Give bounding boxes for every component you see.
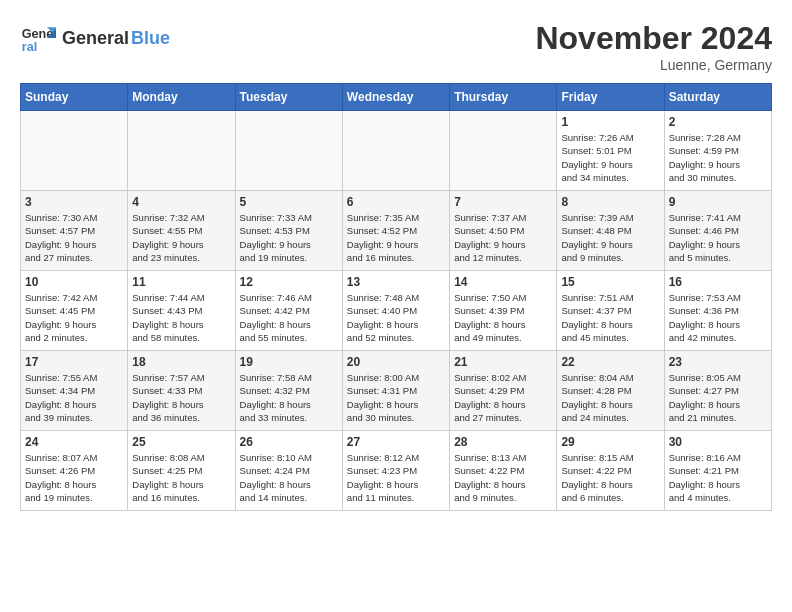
day-info: Sunrise: 7:35 AM Sunset: 4:52 PM Dayligh… [347,211,445,264]
calendar-week-row: 1Sunrise: 7:26 AM Sunset: 5:01 PM Daylig… [21,111,772,191]
day-info: Sunrise: 8:16 AM Sunset: 4:21 PM Dayligh… [669,451,767,504]
day-info: Sunrise: 7:50 AM Sunset: 4:39 PM Dayligh… [454,291,552,344]
calendar-day-cell: 9Sunrise: 7:41 AM Sunset: 4:46 PM Daylig… [664,191,771,271]
title-block: November 2024 Luenne, Germany [535,20,772,73]
calendar-day-cell: 11Sunrise: 7:44 AM Sunset: 4:43 PM Dayli… [128,271,235,351]
day-number: 29 [561,435,659,449]
day-info: Sunrise: 8:05 AM Sunset: 4:27 PM Dayligh… [669,371,767,424]
logo-text-blue: Blue [131,28,170,49]
day-number: 7 [454,195,552,209]
calendar-day-cell: 16Sunrise: 7:53 AM Sunset: 4:36 PM Dayli… [664,271,771,351]
calendar-day-cell [128,111,235,191]
calendar-day-cell: 14Sunrise: 7:50 AM Sunset: 4:39 PM Dayli… [450,271,557,351]
svg-text:ral: ral [22,40,37,54]
day-number: 21 [454,355,552,369]
calendar-day-cell: 19Sunrise: 7:58 AM Sunset: 4:32 PM Dayli… [235,351,342,431]
calendar-day-cell: 22Sunrise: 8:04 AM Sunset: 4:28 PM Dayli… [557,351,664,431]
calendar-day-cell: 4Sunrise: 7:32 AM Sunset: 4:55 PM Daylig… [128,191,235,271]
day-number: 23 [669,355,767,369]
page-header: Gene ral General Blue November 2024 Luen… [20,20,772,73]
day-number: 9 [669,195,767,209]
calendar-day-cell: 30Sunrise: 8:16 AM Sunset: 4:21 PM Dayli… [664,431,771,511]
calendar-day-cell: 20Sunrise: 8:00 AM Sunset: 4:31 PM Dayli… [342,351,449,431]
calendar-day-cell: 3Sunrise: 7:30 AM Sunset: 4:57 PM Daylig… [21,191,128,271]
day-number: 19 [240,355,338,369]
day-number: 8 [561,195,659,209]
calendar-day-cell: 7Sunrise: 7:37 AM Sunset: 4:50 PM Daylig… [450,191,557,271]
day-info: Sunrise: 7:39 AM Sunset: 4:48 PM Dayligh… [561,211,659,264]
calendar-header-cell: Friday [557,84,664,111]
day-info: Sunrise: 7:57 AM Sunset: 4:33 PM Dayligh… [132,371,230,424]
calendar-day-cell: 8Sunrise: 7:39 AM Sunset: 4:48 PM Daylig… [557,191,664,271]
day-info: Sunrise: 7:46 AM Sunset: 4:42 PM Dayligh… [240,291,338,344]
day-info: Sunrise: 8:07 AM Sunset: 4:26 PM Dayligh… [25,451,123,504]
day-info: Sunrise: 7:30 AM Sunset: 4:57 PM Dayligh… [25,211,123,264]
calendar-day-cell: 6Sunrise: 7:35 AM Sunset: 4:52 PM Daylig… [342,191,449,271]
day-number: 5 [240,195,338,209]
day-number: 14 [454,275,552,289]
calendar-header-cell: Monday [128,84,235,111]
day-number: 4 [132,195,230,209]
calendar-day-cell: 5Sunrise: 7:33 AM Sunset: 4:53 PM Daylig… [235,191,342,271]
calendar-header-cell: Saturday [664,84,771,111]
calendar-day-cell [235,111,342,191]
calendar-day-cell: 2Sunrise: 7:28 AM Sunset: 4:59 PM Daylig… [664,111,771,191]
day-number: 28 [454,435,552,449]
calendar-day-cell: 1Sunrise: 7:26 AM Sunset: 5:01 PM Daylig… [557,111,664,191]
day-info: Sunrise: 7:53 AM Sunset: 4:36 PM Dayligh… [669,291,767,344]
day-number: 26 [240,435,338,449]
calendar-day-cell: 12Sunrise: 7:46 AM Sunset: 4:42 PM Dayli… [235,271,342,351]
day-info: Sunrise: 8:02 AM Sunset: 4:29 PM Dayligh… [454,371,552,424]
calendar-day-cell [450,111,557,191]
day-number: 27 [347,435,445,449]
logo: Gene ral General Blue [20,20,170,56]
day-number: 25 [132,435,230,449]
calendar-day-cell: 24Sunrise: 8:07 AM Sunset: 4:26 PM Dayli… [21,431,128,511]
calendar-header-cell: Thursday [450,84,557,111]
day-info: Sunrise: 7:28 AM Sunset: 4:59 PM Dayligh… [669,131,767,184]
calendar-day-cell: 15Sunrise: 7:51 AM Sunset: 4:37 PM Dayli… [557,271,664,351]
day-number: 13 [347,275,445,289]
day-number: 2 [669,115,767,129]
day-info: Sunrise: 8:13 AM Sunset: 4:22 PM Dayligh… [454,451,552,504]
logo-text-general: General [62,28,129,49]
day-info: Sunrise: 7:37 AM Sunset: 4:50 PM Dayligh… [454,211,552,264]
day-number: 1 [561,115,659,129]
day-info: Sunrise: 7:48 AM Sunset: 4:40 PM Dayligh… [347,291,445,344]
day-number: 18 [132,355,230,369]
day-number: 10 [25,275,123,289]
calendar-week-row: 10Sunrise: 7:42 AM Sunset: 4:45 PM Dayli… [21,271,772,351]
day-number: 20 [347,355,445,369]
day-info: Sunrise: 7:44 AM Sunset: 4:43 PM Dayligh… [132,291,230,344]
calendar-day-cell: 29Sunrise: 8:15 AM Sunset: 4:22 PM Dayli… [557,431,664,511]
day-number: 11 [132,275,230,289]
day-number: 3 [25,195,123,209]
calendar-day-cell: 27Sunrise: 8:12 AM Sunset: 4:23 PM Dayli… [342,431,449,511]
calendar-week-row: 3Sunrise: 7:30 AM Sunset: 4:57 PM Daylig… [21,191,772,271]
day-info: Sunrise: 8:08 AM Sunset: 4:25 PM Dayligh… [132,451,230,504]
day-info: Sunrise: 7:33 AM Sunset: 4:53 PM Dayligh… [240,211,338,264]
calendar-day-cell: 13Sunrise: 7:48 AM Sunset: 4:40 PM Dayli… [342,271,449,351]
day-number: 16 [669,275,767,289]
day-info: Sunrise: 8:04 AM Sunset: 4:28 PM Dayligh… [561,371,659,424]
month-title: November 2024 [535,20,772,57]
day-info: Sunrise: 8:15 AM Sunset: 4:22 PM Dayligh… [561,451,659,504]
calendar-day-cell: 21Sunrise: 8:02 AM Sunset: 4:29 PM Dayli… [450,351,557,431]
location: Luenne, Germany [535,57,772,73]
calendar-day-cell: 23Sunrise: 8:05 AM Sunset: 4:27 PM Dayli… [664,351,771,431]
day-info: Sunrise: 7:51 AM Sunset: 4:37 PM Dayligh… [561,291,659,344]
calendar-day-cell: 26Sunrise: 8:10 AM Sunset: 4:24 PM Dayli… [235,431,342,511]
day-info: Sunrise: 7:55 AM Sunset: 4:34 PM Dayligh… [25,371,123,424]
day-info: Sunrise: 7:42 AM Sunset: 4:45 PM Dayligh… [25,291,123,344]
calendar-day-cell: 25Sunrise: 8:08 AM Sunset: 4:25 PM Dayli… [128,431,235,511]
calendar-day-cell: 18Sunrise: 7:57 AM Sunset: 4:33 PM Dayli… [128,351,235,431]
calendar-table: SundayMondayTuesdayWednesdayThursdayFrid… [20,83,772,511]
calendar-header-cell: Wednesday [342,84,449,111]
day-number: 12 [240,275,338,289]
day-number: 30 [669,435,767,449]
day-info: Sunrise: 7:32 AM Sunset: 4:55 PM Dayligh… [132,211,230,264]
day-number: 24 [25,435,123,449]
day-number: 15 [561,275,659,289]
calendar-header-row: SundayMondayTuesdayWednesdayThursdayFrid… [21,84,772,111]
day-number: 6 [347,195,445,209]
